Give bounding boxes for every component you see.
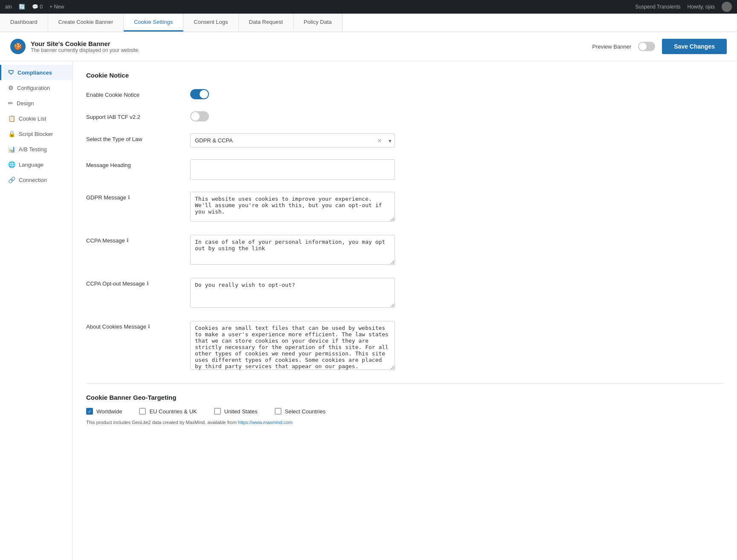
geo-targeting-section: Cookie Banner Geo-Targeting ✓ Worldwide … bbox=[86, 394, 723, 425]
form-row-ccpa-message: CCPA Message ℹ In case of sale of your p… bbox=[86, 235, 723, 266]
label-message-heading: Message Heading bbox=[86, 159, 180, 168]
geo-option-united-states[interactable]: United States bbox=[214, 408, 258, 415]
form-row-iab-tcf: Support IAB TCF v2.2 bbox=[86, 111, 723, 121]
form-row-message-heading: Message Heading bbox=[86, 159, 723, 180]
howdy-label[interactable]: Howdy, ojas bbox=[688, 4, 715, 10]
main-layout: 🛡 Compliances ⚙ Configuration ✏ Design 📋… bbox=[0, 61, 737, 560]
label-iab-tcf: Support IAB TCF v2.2 bbox=[86, 111, 180, 120]
gear-icon: ⚙ bbox=[8, 84, 14, 91]
sidebar-item-label-language: Language bbox=[19, 162, 44, 168]
form-row-type-of-law: Select the Type of Law GDPR & CCPA GDPR … bbox=[86, 133, 723, 147]
sidebar-item-label-ab-testing: A/B Testing bbox=[19, 146, 47, 153]
sidebar-item-connection[interactable]: 🔗 Connection bbox=[0, 172, 72, 188]
label-ccpa-message: CCPA Message ℹ bbox=[86, 235, 180, 244]
preview-banner-label: Preview Banner bbox=[592, 43, 632, 50]
list-icon: 📋 bbox=[8, 115, 15, 122]
ccpa-message-info-icon: ℹ bbox=[127, 237, 129, 243]
geo-label-united-states: United States bbox=[224, 408, 258, 415]
tab-dashboard[interactable]: Dashboard bbox=[0, 14, 48, 32]
sidebar-item-script-blocker[interactable]: 🔒 Script Blocker bbox=[0, 126, 72, 141]
maxmind-link[interactable]: https://www.maxmind.com bbox=[238, 420, 293, 425]
link-icon: 🔗 bbox=[8, 176, 15, 183]
sidebar: 🛡 Compliances ⚙ Configuration ✏ Design 📋… bbox=[0, 61, 73, 560]
chart-icon: 📊 bbox=[8, 146, 15, 153]
about-cookies-textarea[interactable]: Cookies are small text files that can be… bbox=[190, 321, 395, 370]
geo-label-eu-uk: EU Countries & UK bbox=[149, 408, 197, 415]
sidebar-item-ab-testing[interactable]: 📊 A/B Testing bbox=[0, 141, 72, 157]
geo-option-eu-uk[interactable]: EU Countries & UK bbox=[139, 408, 197, 415]
tab-create-cookie-banner[interactable]: Create Cookie Banner bbox=[48, 14, 124, 32]
sidebar-item-label-compliances: Compliances bbox=[17, 69, 52, 76]
sidebar-item-cookie-list[interactable]: 📋 Cookie List bbox=[0, 111, 72, 126]
lock-icon: 🔒 bbox=[8, 130, 15, 137]
sidebar-item-label-cookie-list: Cookie List bbox=[19, 115, 46, 122]
form-row-gdpr-message: GDPR Message ℹ This website uses cookies… bbox=[86, 192, 723, 223]
toggle-blue-knob bbox=[200, 90, 208, 98]
label-gdpr-message: GDPR Message ℹ bbox=[86, 192, 180, 201]
form-row-about-cookies: About Cookies Message ℹ Cookies are smal… bbox=[86, 321, 723, 371]
select-clear-icon[interactable]: ✕ bbox=[377, 137, 382, 144]
tab-cookie-settings[interactable]: Cookie Settings bbox=[124, 14, 183, 32]
control-type-of-law: GDPR & CCPA GDPR CCPA ✕ ▾ bbox=[190, 133, 395, 147]
checkbox-united-states[interactable] bbox=[214, 408, 221, 415]
header-text: Your Site's Cookie Banner The banner cur… bbox=[31, 40, 139, 53]
ccpa-optout-info-icon: ℹ bbox=[147, 280, 149, 286]
geo-targeting-title: Cookie Banner Geo-Targeting bbox=[86, 394, 723, 401]
gdpr-message-textarea[interactable]: This website uses cookies to improve you… bbox=[190, 192, 395, 222]
checkbox-worldwide[interactable]: ✓ bbox=[86, 408, 93, 415]
cookie-notice-section-title: Cookie Notice bbox=[86, 72, 723, 79]
form-row-enable-cookie-notice: Enable Cookie Notice bbox=[86, 89, 723, 99]
control-ccpa-optout: Do you really wish to opt-out? bbox=[190, 278, 395, 309]
label-type-of-law: Select the Type of Law bbox=[86, 133, 180, 142]
page-subtitle: The banner currently displayed on your w… bbox=[31, 47, 139, 53]
sidebar-item-language[interactable]: 🌐 Language bbox=[0, 157, 72, 172]
control-iab-tcf bbox=[190, 111, 395, 121]
comment-icon[interactable]: 💬 0 bbox=[32, 4, 43, 10]
admin-bar: ain 🔄 💬 0 + New Suspend Transients Howdy… bbox=[0, 0, 737, 14]
iab-tcf-toggle[interactable] bbox=[190, 111, 209, 121]
section-divider bbox=[86, 383, 723, 384]
control-ccpa-message: In case of sale of your personal informa… bbox=[190, 235, 395, 266]
checkbox-eu-uk[interactable] bbox=[139, 408, 146, 415]
tab-policy-data[interactable]: Policy Data bbox=[293, 14, 342, 32]
tab-consent-logs[interactable]: Consent Logs bbox=[183, 14, 238, 32]
avatar bbox=[722, 2, 732, 12]
save-changes-button[interactable]: Save Changes bbox=[662, 39, 727, 54]
tab-data-request[interactable]: Data Request bbox=[239, 14, 294, 32]
message-heading-input[interactable] bbox=[190, 159, 395, 180]
type-of-law-select[interactable]: GDPR & CCPA GDPR CCPA bbox=[190, 133, 395, 147]
form-row-ccpa-optout: CCPA Opt-out Message ℹ Do you really wis… bbox=[86, 278, 723, 309]
sidebar-item-label-design: Design bbox=[17, 100, 34, 107]
refresh-icon[interactable]: 🔄 bbox=[19, 4, 25, 10]
about-cookies-info-icon: ℹ bbox=[148, 323, 150, 329]
type-of-law-select-wrapper: GDPR & CCPA GDPR CCPA ✕ ▾ bbox=[190, 133, 395, 147]
sidebar-item-compliances[interactable]: 🛡 Compliances bbox=[0, 65, 72, 80]
checkbox-select-countries[interactable] bbox=[275, 408, 281, 415]
suspend-transients-link[interactable]: Suspend Transients bbox=[635, 4, 680, 10]
globe-icon: 🌐 bbox=[8, 161, 15, 168]
shield-icon: 🛡 bbox=[8, 69, 14, 76]
sidebar-item-label-configuration: Configuration bbox=[17, 85, 50, 91]
geo-option-select-countries[interactable]: Select Countries bbox=[275, 408, 325, 415]
content-area: Cookie Notice Enable Cookie Notice Suppo… bbox=[73, 61, 737, 560]
page-title: Your Site's Cookie Banner bbox=[31, 40, 139, 47]
control-gdpr-message: This website uses cookies to improve you… bbox=[190, 192, 395, 223]
label-about-cookies: About Cookies Message ℹ bbox=[86, 321, 180, 330]
new-icon[interactable]: + New bbox=[49, 4, 64, 10]
sidebar-item-design[interactable]: ✏ Design bbox=[0, 95, 72, 111]
label-ccpa-optout: CCPA Opt-out Message ℹ bbox=[86, 278, 180, 287]
page-header: 🍪 Your Site's Cookie Banner The banner c… bbox=[0, 32, 737, 61]
geo-options: ✓ Worldwide EU Countries & UK United Sta… bbox=[86, 408, 723, 415]
control-about-cookies: Cookies are small text files that can be… bbox=[190, 321, 395, 371]
enable-cookie-notice-toggle[interactable] bbox=[190, 89, 209, 99]
sidebar-item-configuration[interactable]: ⚙ Configuration bbox=[0, 80, 72, 95]
ccpa-optout-textarea[interactable]: Do you really wish to opt-out? bbox=[190, 278, 395, 308]
geo-label-select-countries: Select Countries bbox=[285, 408, 325, 415]
ccpa-message-textarea[interactable]: In case of sale of your personal informa… bbox=[190, 235, 395, 265]
gdpr-message-info-icon: ℹ bbox=[128, 194, 130, 200]
label-enable-cookie-notice: Enable Cookie Notice bbox=[86, 89, 180, 98]
control-enable-cookie-notice bbox=[190, 89, 395, 99]
geo-option-worldwide[interactable]: ✓ Worldwide bbox=[86, 408, 122, 415]
site-cookie-icon: 🍪 bbox=[10, 39, 26, 54]
preview-banner-toggle[interactable] bbox=[638, 42, 655, 51]
